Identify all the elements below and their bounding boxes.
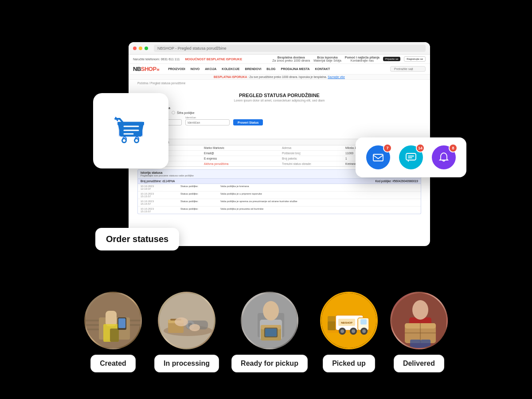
nav-stores[interactable]: PRODAJNA MESTA: [281, 67, 310, 70]
step-circle-pickup: [241, 292, 298, 349]
step-processing: In processing: [154, 292, 219, 372]
minimize-icon[interactable]: [139, 47, 142, 50]
label-current: Trenutni status obrade:: [279, 161, 343, 166]
step-circle-pickedup: NBSHOP: [320, 292, 378, 349]
val-namika: E-express: [201, 156, 279, 161]
nav-brands[interactable]: BRENDOVI: [245, 67, 261, 70]
search-input[interactable]: [390, 66, 426, 72]
bell-icon: [438, 151, 450, 164]
svg-point-17: [135, 139, 138, 142]
radio-shipment-code[interactable]: Šifra pošiljke: [172, 111, 195, 114]
page-title: PREGLED STATUSA PORUDŽBINE: [137, 93, 421, 98]
svg-rect-19: [406, 153, 416, 160]
email-icon: [372, 151, 384, 164]
check-status-button[interactable]: Proveri Status: [233, 119, 263, 125]
promo-link[interactable]: Saznajte više: [328, 75, 345, 78]
status-label4: Status pošiljke:: [178, 207, 218, 214]
status-desc2: Vaša pošiljka je u pripremi isporuke: [218, 192, 421, 199]
link3-label[interactable]: Pomoć i najbrža pitanja: [345, 56, 379, 59]
promo-bar: BESPLATNA ISPORUKA : Za sve porudžbine p…: [129, 74, 430, 80]
nav-blog[interactable]: BLOG: [266, 67, 275, 70]
close-icon[interactable]: [133, 47, 137, 50]
time3: 10.10.202315:15:57: [138, 199, 178, 206]
truck-container: NBSHOP: [321, 293, 376, 348]
step-label-pickedup: Picked up: [323, 355, 375, 372]
label-postal: Poštanski broj:: [279, 151, 343, 156]
svg-point-78: [391, 293, 448, 349]
link3-sub: Kontaktirajte nas: [351, 59, 374, 62]
step-circle-created: [84, 292, 142, 349]
time4: 10.10.202315:15:57: [138, 207, 178, 214]
history-heading: Istorija statusa: [141, 171, 194, 174]
svg-point-64: [352, 329, 355, 333]
register-button[interactable]: Registrujte se: [404, 56, 426, 62]
nav-new[interactable]: NOVO: [191, 67, 200, 70]
cart-icon-main: [111, 111, 151, 151]
link2-sub: Materijal šalje Srbija: [313, 59, 341, 62]
chat-badge: 14: [416, 144, 425, 153]
step-label-created: Created: [90, 355, 136, 372]
site-nav: NBSHOP≋ PROIZVODI NOVO AKCIJA KOLEKCIJE …: [129, 64, 430, 74]
phone-label: Naručite telefonom: 0631 611 111: [133, 58, 180, 61]
link1-label[interactable]: Besplatna dostava: [278, 56, 305, 59]
nav-contact[interactable]: KONTAKT: [315, 67, 330, 70]
address-bar[interactable]: NBSHOP - Pregled statusa porudžbine: [154, 45, 426, 52]
val-primalac: Marko Markovic: [201, 145, 279, 150]
notif-chat: 14: [399, 145, 423, 169]
id-input[interactable]: [185, 119, 230, 125]
status-row: 10.10.202312:10:37 Status pošiljke: Vaša…: [138, 184, 421, 192]
notif-bell: 8: [432, 145, 456, 169]
time1: 10.10.202312:10:37: [138, 184, 178, 191]
link2-label[interactable]: Brza isporuka: [317, 56, 337, 59]
tracking-form: Odaberite tip praćenja Broj porudžbine Š…: [137, 106, 421, 125]
form-label: Odaberite tip praćenja: [137, 106, 421, 110]
nav-collections[interactable]: KOLEKCIJE: [222, 67, 239, 70]
breadcrumb: Početna / Pregled statusa porudžbine: [129, 80, 430, 86]
step-label-processing: In processing: [154, 355, 219, 372]
photo-created: [86, 293, 142, 349]
maximize-icon[interactable]: [145, 47, 148, 50]
status-desc3: Vaša pošiljka je sprema za preuzimanje o…: [218, 199, 421, 206]
history-sub: Pogledajte sve procene statusa vaše poši…: [141, 174, 194, 177]
step-circle-delivered: [390, 292, 448, 349]
radio-dot-inactive: [172, 111, 175, 114]
bell-badge: 8: [449, 144, 458, 153]
svg-point-34: [86, 293, 142, 349]
nav-products[interactable]: PROIZVODI: [168, 67, 185, 70]
svg-point-62: [340, 329, 344, 333]
svg-point-54: [242, 293, 298, 349]
status-row: 10.10.202315:15:57 Status pošiljke: Vaša…: [138, 207, 421, 214]
step-label-pickup: Ready for pickup: [231, 355, 308, 372]
status-history-table: 10.10.202312:10:37 Status pošiljke: Vaša…: [137, 184, 421, 214]
page-subtitle: Lorem ipsum dolor sit amet, consectetuer…: [137, 99, 421, 102]
order-sub: Pregled porudžbine: [137, 134, 421, 137]
step-delivered: Delivered: [390, 292, 448, 372]
history-ref-label: Kod pošiljke: #560429040980019: [375, 180, 418, 183]
photo-pickup: [242, 293, 298, 349]
order-heading: Porudžbina: [137, 129, 421, 133]
status-desc1: Vaša pošiljka je kreirana: [218, 184, 421, 191]
promo-highlight: BESPLATNA ISPORUKA: [214, 75, 247, 78]
login-button[interactable]: Prijavite se: [383, 57, 400, 61]
svg-rect-57: [328, 316, 336, 322]
step-created: Created: [84, 292, 142, 372]
browser-toolbar: NBSHOP - Pregled statusa porudžbine: [129, 42, 430, 55]
input-row: E-mail Identičan Proveri Status: [137, 116, 421, 125]
notif-email: 7: [366, 145, 390, 169]
site-topbar: Naručite telefonom: 0631 611 111 MOGUĆNO…: [129, 55, 430, 64]
logo-shop: SHOP: [141, 66, 156, 72]
site-logo: NBSHOP≋: [133, 66, 159, 72]
svg-text:NBSHOP: NBSHOP: [341, 321, 352, 324]
link1-sub: Za iznos preko 1000 dinara: [272, 59, 310, 62]
truck-icon: NBSHOP: [327, 303, 371, 338]
email-badge: 7: [383, 144, 392, 153]
radio-option2-label: Šifra pošiljke: [177, 111, 195, 114]
id-group: Identičan: [185, 116, 230, 125]
step-circle-processing: [158, 292, 215, 349]
radio-group: Broj porudžbine Šifra pošiljke: [137, 111, 421, 114]
step-pickedup: NBSHOP Picked up: [320, 292, 378, 372]
id-label: Identičan: [185, 116, 230, 119]
nav-action[interactable]: AKCIJA: [205, 67, 216, 70]
val-status: Aktivna porudžbina: [201, 161, 279, 166]
notifications-card: 7 14 8: [356, 137, 466, 177]
